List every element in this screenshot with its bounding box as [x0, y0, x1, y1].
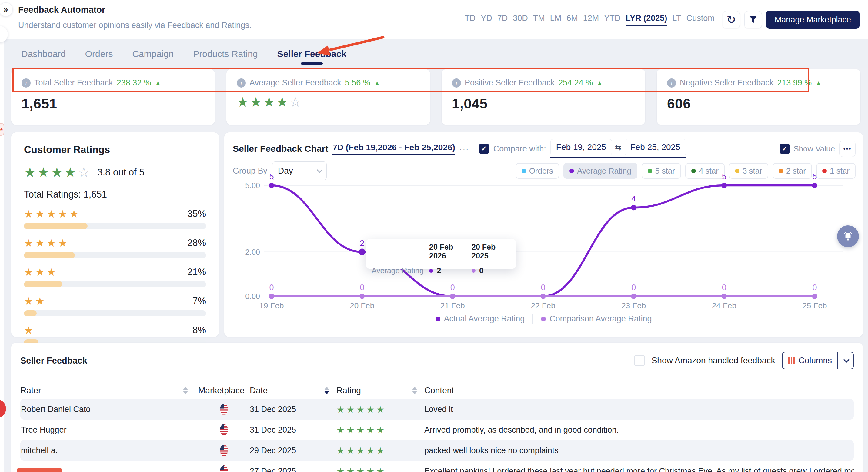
kpi-value: 1,651: [22, 95, 205, 112]
svg-text:5.00: 5.00: [245, 181, 260, 190]
rating-bar-track: [24, 223, 206, 229]
svg-text:5: 5: [812, 172, 817, 181]
svg-text:24 Feb: 24 Feb: [712, 301, 737, 310]
us-flag-icon: [218, 444, 229, 457]
svg-text:0.00: 0.00: [245, 292, 260, 301]
table-column-headers: RaterMarketplaceDateRatingContent: [20, 382, 854, 399]
kpi-label: Average Seller Feedback: [249, 78, 341, 88]
tab-products-rating[interactable]: Products Rating: [192, 43, 259, 65]
trend-up-icon: ▲: [816, 80, 821, 86]
rating-row-3-star: ★★★21%: [24, 266, 206, 287]
us-flag-icon: [218, 423, 229, 437]
range-tm[interactable]: TM: [533, 13, 545, 26]
header-marketplace: Marketplace: [198, 386, 250, 395]
cell-rating: ★★★★★: [336, 445, 424, 456]
nav-tabs: DashboardOrdersCampaignProducts RatingSe…: [20, 39, 348, 68]
kpi-value: 606: [667, 95, 850, 112]
range-lm[interactable]: LM: [550, 13, 562, 26]
page-title: Feedback Automator: [18, 5, 105, 15]
info-icon: i: [452, 78, 461, 88]
amazon-handled-checkbox[interactable]: [634, 355, 645, 366]
us-flag-icon: [218, 403, 229, 416]
rating-row-percent: 8%: [192, 325, 206, 336]
range-td[interactable]: TD: [465, 13, 475, 26]
table-body: Robert Daniel Cato31 Dec 2025★★★★★Loved …: [20, 399, 854, 472]
tab-orders[interactable]: Orders: [84, 43, 114, 65]
tab-dashboard[interactable]: Dashboard: [20, 43, 67, 65]
seller-feedback-table-panel: Seller Feedback Show Amazon handled feed…: [11, 343, 863, 472]
cell-rater: Robert Daniel Cato: [20, 405, 183, 414]
sort-icons[interactable]: [183, 386, 195, 395]
range-30d[interactable]: 30D: [513, 13, 528, 26]
cell-content: Arrived promptly, as described, and in g…: [424, 426, 854, 435]
kpi-head: iAverage Seller Feedback5.56 %▲: [237, 78, 420, 88]
app-window: Feedback Automator Understand customer o…: [0, 0, 868, 472]
sort-icons[interactable]: [412, 386, 424, 395]
header-date[interactable]: Date: [250, 386, 336, 395]
range-yd[interactable]: YD: [481, 13, 492, 26]
manage-marketplace-button[interactable]: Manage Marketplace: [766, 10, 860, 29]
rating-bar-track: [24, 252, 206, 258]
rating-row-percent: 28%: [187, 238, 206, 248]
info-icon: i: [237, 78, 246, 88]
range-ytd[interactable]: YTD: [604, 13, 620, 26]
svg-text:20 Feb: 20 Feb: [350, 301, 374, 310]
kpi-label: Positive Seller Feedback: [465, 78, 555, 88]
range-7d[interactable]: 7D: [497, 13, 508, 26]
score-stars: ★★★★☆: [24, 164, 91, 180]
cell-date: 31 Dec 2025: [250, 405, 336, 414]
kpi-card-0: iTotal Seller Feedback238.32 %▲1,651: [11, 69, 215, 125]
range-12m[interactable]: 12M: [583, 13, 599, 26]
tooltip-series-label: Average Rating: [372, 266, 429, 275]
line-chart[interactable]: 5.002.000.0000000005245519 Feb20 Feb21 F…: [224, 132, 863, 337]
svg-text:21 Feb: 21 Feb: [440, 301, 465, 310]
filter-button[interactable]: [744, 11, 762, 29]
rating-row-stars: ★: [24, 324, 35, 336]
columns-button[interactable]: Columns: [782, 352, 854, 369]
cell-date: 31 Dec 2025: [250, 426, 336, 435]
cell-rating: ★★★★★: [336, 404, 424, 415]
range-custom[interactable]: Custom: [686, 13, 715, 26]
rating-bar-fill: [24, 223, 88, 229]
kpi-head: iTotal Seller Feedback238.32 %▲: [22, 78, 205, 88]
svg-text:4: 4: [631, 194, 636, 203]
table-header-bar: Seller Feedback Show Amazon handled feed…: [20, 352, 854, 369]
header-rating[interactable]: Rating: [336, 386, 424, 395]
sort-desc-icon: [183, 391, 188, 395]
cell-rater: Tree Hugger: [20, 426, 183, 435]
kpi-change: 5.56 %: [345, 78, 370, 88]
cutoff-widget-card: e: [0, 123, 4, 136]
rating-row-2-star: ★★7%: [24, 295, 206, 316]
range-6m[interactable]: 6M: [566, 13, 578, 26]
tooltip-date-comparison: 20 Feb 2025: [472, 243, 514, 260]
columns-dropdown[interactable]: [837, 352, 853, 369]
legend-label: Actual Average Rating: [444, 314, 525, 323]
customer-ratings-panel: Customer Ratings ★★★★☆ 3.8 out of 5 Tota…: [11, 132, 219, 337]
score-text: 3.8 out of 5: [97, 167, 144, 178]
rating-row-percent: 21%: [187, 266, 206, 278]
rating-row-5-star: ★★★★★35%: [24, 208, 206, 229]
sort-icons[interactable]: [324, 386, 336, 395]
notifications-button[interactable]: [837, 225, 859, 247]
refresh-button[interactable]: ↻: [722, 11, 740, 29]
rating-row-percent: 7%: [192, 296, 206, 307]
sort-asc-icon: [183, 386, 188, 390]
svg-text:2: 2: [360, 239, 364, 248]
range-lt[interactable]: LT: [672, 13, 681, 26]
cell-date: 29 Dec 2025: [250, 446, 336, 455]
range-lyr-2025-[interactable]: LYR (2025): [625, 13, 667, 26]
rating-row-top: ★★★21%: [24, 266, 206, 278]
header-rater[interactable]: Rater: [20, 386, 183, 395]
customer-ratings-title: Customer Ratings: [24, 144, 206, 155]
legend-dot: [435, 317, 440, 321]
info-icon: i: [22, 78, 31, 88]
rating-row-stars: ★★★★★: [24, 208, 81, 220]
tab-seller-feedback[interactable]: Seller Feedback: [276, 43, 348, 65]
rating-bar-fill: [24, 310, 37, 316]
sort-desc-icon: [412, 391, 417, 395]
sort-asc-icon: [412, 386, 417, 390]
tab-campaign[interactable]: Campaign: [131, 43, 175, 65]
rating-row-stars: ★★★★: [24, 237, 69, 249]
legend-comparison-average-rating: Comparison Average Rating: [541, 314, 652, 323]
bell-icon: [842, 230, 854, 242]
